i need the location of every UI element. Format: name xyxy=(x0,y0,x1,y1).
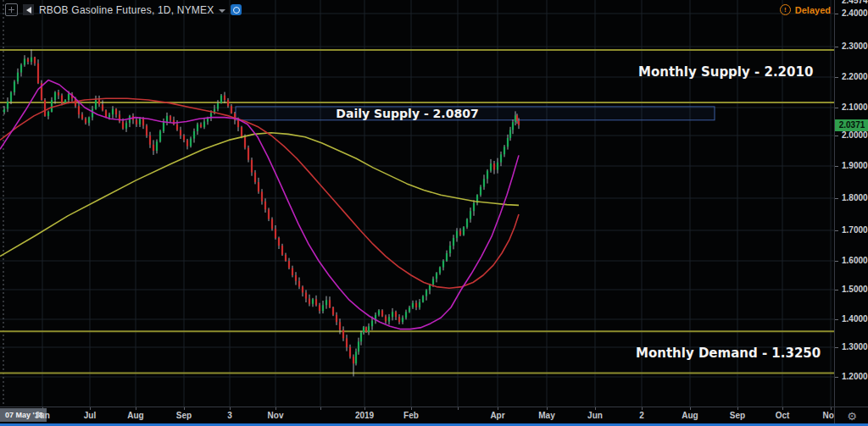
axis-settings-corner: ⚙ xyxy=(834,407,868,424)
info-badge-icon[interactable] xyxy=(231,4,242,15)
price-tick xyxy=(835,230,838,231)
time-tick xyxy=(320,407,321,410)
last-price-badge: 2.0371 xyxy=(835,119,868,131)
time-label: 3 xyxy=(227,411,232,420)
time-tick xyxy=(42,407,43,410)
price-tick xyxy=(835,319,838,320)
monthly-supply-annotation[interactable]: Monthly Supply - 2.2010 xyxy=(638,64,813,80)
price-tick xyxy=(835,136,838,136)
price-label: 1.2000 xyxy=(842,372,868,381)
price-axis[interactable]: 2.4574 2.0371 2.40002.30002.20002.10002.… xyxy=(834,0,868,407)
price-label: 2.1000 xyxy=(842,102,868,112)
time-label: Jun xyxy=(587,411,603,420)
price-tick xyxy=(835,198,838,199)
price-label: 1.7000 xyxy=(842,225,868,235)
time-tick xyxy=(364,407,365,410)
time-label: Nov xyxy=(268,411,284,420)
time-label: Aug xyxy=(682,411,698,420)
price-tick xyxy=(835,261,838,262)
symbol-title[interactable]: RBOB Gasoline Futures, 1D, NYMEX xyxy=(39,4,214,16)
compare-add-icon[interactable] xyxy=(5,3,18,16)
delayed-data-badge[interactable]: ! Delayed xyxy=(780,4,831,15)
price-tick xyxy=(835,47,838,47)
time-tick xyxy=(230,407,231,410)
time-tick xyxy=(642,407,643,410)
time-label: Sep xyxy=(730,411,745,420)
time-label: Oct xyxy=(776,411,790,420)
price-label: 2.3000 xyxy=(842,41,868,51)
price-label: 1.5000 xyxy=(842,285,868,294)
candle-wicks xyxy=(4,49,519,376)
price-label: 2.4000 xyxy=(842,8,868,18)
gear-icon[interactable]: ⚙ xyxy=(847,411,857,422)
price-label: 2.0000 xyxy=(842,130,868,140)
price-axis-top-partial-label: 2.4574 xyxy=(842,0,868,5)
time-axis[interactable]: 07 May '18 JunJulAugSep3Nov2019FebAprMay… xyxy=(0,407,834,424)
time-label: Feb xyxy=(403,411,419,420)
ma-slow-yellow[interactable] xyxy=(0,133,519,257)
symbol-header: RBOB Gasoline Futures, 1D, NYMEX xyxy=(5,3,242,16)
price-label: 2.2000 xyxy=(842,72,868,81)
time-tick xyxy=(690,407,691,410)
time-tick xyxy=(595,407,596,410)
time-label: May xyxy=(538,411,554,420)
price-tick xyxy=(835,377,838,378)
price-tick xyxy=(835,77,838,78)
chevron-down-icon[interactable] xyxy=(219,9,225,13)
time-tick xyxy=(782,407,783,410)
price-tick xyxy=(835,347,838,348)
time-label: Aug xyxy=(127,411,143,420)
time-label: Jun xyxy=(35,411,50,420)
time-label: 2019 xyxy=(355,411,374,420)
price-label: 1.9000 xyxy=(842,161,868,170)
price-label: 1.8000 xyxy=(842,193,868,202)
price-tick xyxy=(835,108,838,108)
price-label: 1.6000 xyxy=(842,256,868,265)
time-tick xyxy=(184,407,185,410)
time-label: Sep xyxy=(176,411,192,420)
time-tick xyxy=(547,407,548,410)
time-tick xyxy=(411,407,412,410)
time-tick xyxy=(737,407,738,410)
price-label: 1.4000 xyxy=(842,314,868,324)
time-tick xyxy=(136,407,136,410)
price-label: 1.3000 xyxy=(842,342,868,351)
time-label: Jul xyxy=(84,411,96,420)
time-label: 2 xyxy=(639,411,644,420)
time-tick xyxy=(458,407,459,410)
instrument-logo-icon xyxy=(23,4,34,15)
time-tick xyxy=(831,407,832,410)
price-tick xyxy=(835,290,838,290)
time-tick xyxy=(498,407,498,410)
delayed-info-icon: ! xyxy=(780,4,791,15)
daily-supply-annotation[interactable]: Daily Supply - 2.0807 xyxy=(236,107,579,121)
monthly-demand-annotation[interactable]: Monthly Demand - 1.3250 xyxy=(636,346,821,361)
trading-chart-app: RBOB Gasoline Futures, 1D, NYMEX ! Delay… xyxy=(0,0,868,426)
time-tick xyxy=(275,407,276,410)
price-tick xyxy=(835,14,838,14)
time-tick xyxy=(90,407,91,410)
ma-mid-red[interactable] xyxy=(0,98,519,288)
price-tick xyxy=(835,166,838,167)
time-label: Apr xyxy=(490,411,504,420)
delayed-label: Delayed xyxy=(795,5,831,15)
